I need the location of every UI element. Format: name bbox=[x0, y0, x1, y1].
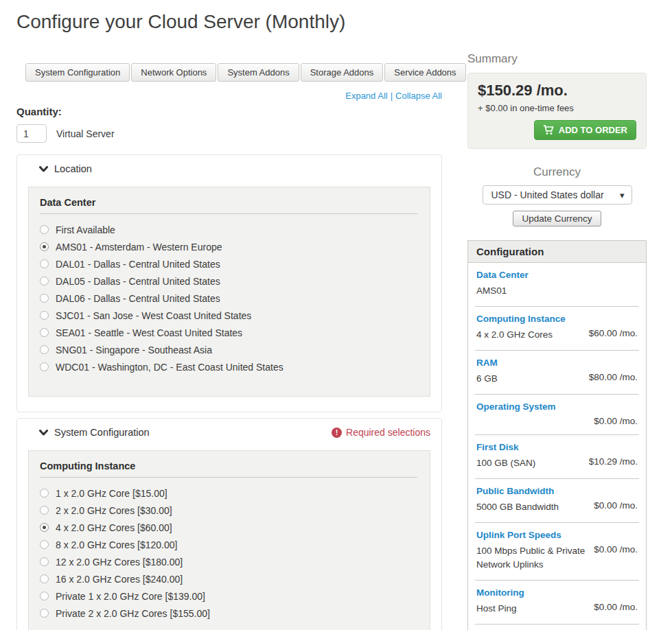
data-center-option[interactable]: SJC01 - San Jose - West Coast United Sta… bbox=[40, 307, 417, 324]
radio-label: 12 x 2.0 GHz Cores [$180.00] bbox=[56, 557, 183, 568]
add-to-order-label: ADD TO ORDER bbox=[559, 125, 627, 135]
radio-label: WDC01 - Washington, DC - East Coast Unit… bbox=[56, 362, 283, 373]
radio-button[interactable] bbox=[40, 362, 49, 371]
configuration-item-label: Public Bandwidth bbox=[476, 486, 638, 496]
quantity-unit-label: Virtual Server bbox=[56, 128, 115, 139]
update-currency-button[interactable]: Update Currency bbox=[513, 211, 601, 226]
configuration-item-label: Uplink Port Speeds bbox=[476, 530, 638, 540]
computing-instance-option[interactable]: 16 x 2.0 GHz Cores [$240.00] bbox=[40, 570, 417, 587]
radio-button[interactable] bbox=[40, 328, 49, 337]
summary-box: $150.29 /mo. + $0.00 in one-time fees AD… bbox=[467, 73, 647, 149]
expand-all-link[interactable]: Expand All bbox=[345, 91, 387, 101]
radio-button[interactable] bbox=[40, 506, 49, 515]
data-center-option[interactable]: SNG01 - Singapore - Southeast Asia bbox=[40, 341, 417, 358]
data-center-box: Data Center First Available AMS01 - Amst… bbox=[28, 187, 430, 397]
computing-instance-box: Computing Instance 1 x 2.0 GHz Core [$15… bbox=[28, 450, 430, 630]
computing-instance-option[interactable]: 12 x 2.0 GHz Cores [$180.00] bbox=[40, 553, 417, 570]
radio-button[interactable] bbox=[40, 609, 49, 618]
configuration-items: Data Center AMS01 Computing Instance 4 x… bbox=[468, 263, 646, 630]
configuration-item: RAM 6 GB $80.00 /mo. bbox=[475, 351, 639, 395]
computing-instance-option[interactable]: 4 x 2.0 GHz Cores [$60.00] bbox=[40, 519, 417, 536]
configuration-item: First Disk 100 GB (SAN) $10.29 /mo. bbox=[475, 435, 639, 479]
system-configuration-section-header[interactable]: System Configuration Required selections bbox=[28, 427, 430, 438]
configuration-item-label: RAM bbox=[476, 358, 638, 368]
chevron-down-icon bbox=[39, 430, 48, 436]
configuration-item-label: Computing Instance bbox=[476, 314, 638, 324]
summary-heading: Summary bbox=[467, 52, 647, 66]
radio-label: 8 x 2.0 GHz Cores [$120.00] bbox=[56, 539, 177, 550]
radio-label: SNG01 - Singapore - Southeast Asia bbox=[56, 345, 212, 355]
configuration-item: Public Bandwidth 5000 GB Bandwidth $0.00… bbox=[475, 479, 639, 523]
quantity-label: Quantity: bbox=[16, 106, 442, 117]
radio-button[interactable] bbox=[40, 225, 49, 234]
currency-update-row: Update Currency bbox=[467, 211, 647, 226]
configuration-item: Response Automated Notification $0.00 /m… bbox=[475, 625, 639, 630]
configuration-item-row: 100 Mbps Public & Private Network Uplink… bbox=[476, 544, 638, 572]
radio-button[interactable] bbox=[40, 277, 49, 285]
configuration-item-label: First Disk bbox=[476, 442, 638, 452]
location-section-title: Location bbox=[54, 163, 92, 174]
configuration-item: Computing Instance 4 x 2.0 GHz Cores $60… bbox=[475, 307, 639, 351]
shopping-cart-icon bbox=[543, 125, 554, 135]
radio-label: Private 1 x 2.0 GHz Core [$139.00] bbox=[56, 591, 205, 602]
radio-button[interactable] bbox=[40, 294, 49, 303]
radio-button[interactable] bbox=[40, 523, 49, 532]
radio-button[interactable] bbox=[40, 540, 49, 549]
radio-button[interactable] bbox=[40, 557, 49, 566]
configuration-item: Uplink Port Speeds 100 Mbps Public & Pri… bbox=[475, 523, 639, 581]
computing-instance-option[interactable]: 2 x 2.0 GHz Cores [$30.00] bbox=[40, 502, 417, 519]
configuration-item-description: Host Ping bbox=[476, 602, 594, 616]
add-to-order-button[interactable]: ADD TO ORDER bbox=[534, 120, 636, 140]
quantity-input[interactable] bbox=[16, 124, 47, 143]
config-tab[interactable]: Network Options bbox=[131, 63, 216, 82]
system-configuration-section-title: System Configuration bbox=[54, 427, 150, 438]
radio-button[interactable] bbox=[40, 259, 49, 268]
radio-button[interactable] bbox=[40, 489, 49, 498]
expand-collapse-row: Expand All|Collapse All bbox=[16, 91, 442, 101]
radio-button[interactable] bbox=[40, 345, 49, 354]
config-tab[interactable]: System Addons bbox=[218, 63, 299, 82]
computing-instance-option[interactable]: Private 1 x 2.0 GHz Core [$139.00] bbox=[40, 587, 417, 605]
radio-label: DAL06 - Dallas - Central United States bbox=[56, 293, 220, 304]
data-center-option[interactable]: First Available bbox=[40, 221, 417, 238]
radio-button[interactable] bbox=[40, 592, 49, 600]
main-column: Configure your Cloud Server (Monthly) Sy… bbox=[16, 0, 442, 630]
configuration-item-price: $0.00 /mo. bbox=[594, 602, 638, 612]
computing-instance-option[interactable]: 1 x 2.0 GHz Core [$15.00] bbox=[40, 485, 417, 502]
computing-instance-option[interactable]: 8 x 2.0 GHz Cores [$120.00] bbox=[40, 536, 417, 553]
config-tab[interactable]: System Configuration bbox=[25, 63, 130, 82]
configuration-item-description: 5000 GB Bandwidth bbox=[476, 500, 594, 514]
configuration-item-description: 4 x 2.0 GHz Cores bbox=[476, 328, 589, 342]
link-separator: | bbox=[391, 91, 393, 101]
data-center-option[interactable]: SEA01 - Seattle - West Coast United Stat… bbox=[40, 324, 417, 341]
radio-button[interactable] bbox=[40, 242, 49, 251]
configuration-item-row: 5000 GB Bandwidth $0.00 /mo. bbox=[476, 500, 638, 514]
collapse-all-link[interactable]: Collapse All bbox=[395, 91, 442, 101]
configuration-item-description: 100 GB (SAN) bbox=[476, 456, 589, 470]
config-tab[interactable]: Storage Addons bbox=[301, 63, 384, 82]
computing-instance-options: 1 x 2.0 GHz Core [$15.00] 2 x 2.0 GHz Co… bbox=[40, 485, 417, 622]
location-section-header[interactable]: Location bbox=[28, 163, 430, 174]
exclamation-circle-icon bbox=[332, 428, 342, 438]
radio-button[interactable] bbox=[40, 574, 49, 583]
data-center-option[interactable]: DAL06 - Dallas - Central United States bbox=[40, 290, 417, 307]
computing-instance-option[interactable]: Private 2 x 2.0 GHz Cores [$155.00] bbox=[40, 605, 417, 622]
data-center-option[interactable]: AMS01 - Amsterdam - Western Europe bbox=[40, 238, 417, 255]
configuration-item-price: $80.00 /mo. bbox=[589, 372, 638, 382]
radio-button[interactable] bbox=[40, 311, 49, 320]
data-center-option[interactable]: DAL01 - Dallas - Central United States bbox=[40, 255, 417, 272]
config-tab[interactable]: Service Addons bbox=[384, 63, 465, 82]
data-center-group-title: Data Center bbox=[40, 197, 417, 214]
configuration-item: Data Center AMS01 bbox=[475, 263, 639, 307]
radio-label: AMS01 - Amsterdam - Western Europe bbox=[56, 242, 222, 253]
configuration-item-row: $0.00 /mo. bbox=[476, 416, 638, 426]
data-center-option[interactable]: WDC01 - Washington, DC - East Coast Unit… bbox=[40, 358, 417, 375]
data-center-option[interactable]: DAL05 - Dallas - Central United States bbox=[40, 272, 417, 290]
computing-instance-group-title: Computing Instance bbox=[40, 460, 417, 478]
radio-label: DAL05 - Dallas - Central United States bbox=[56, 276, 220, 287]
configuration-item-row: AMS01 bbox=[476, 284, 638, 298]
currency-select[interactable]: USD - United States dollar bbox=[483, 185, 632, 205]
configuration-item-description: 100 Mbps Public & Private Network Uplink… bbox=[476, 544, 594, 572]
config-tabs: System ConfigurationNetwork OptionsSyste… bbox=[25, 63, 442, 82]
radio-label: 16 x 2.0 GHz Cores [$240.00] bbox=[56, 574, 183, 585]
